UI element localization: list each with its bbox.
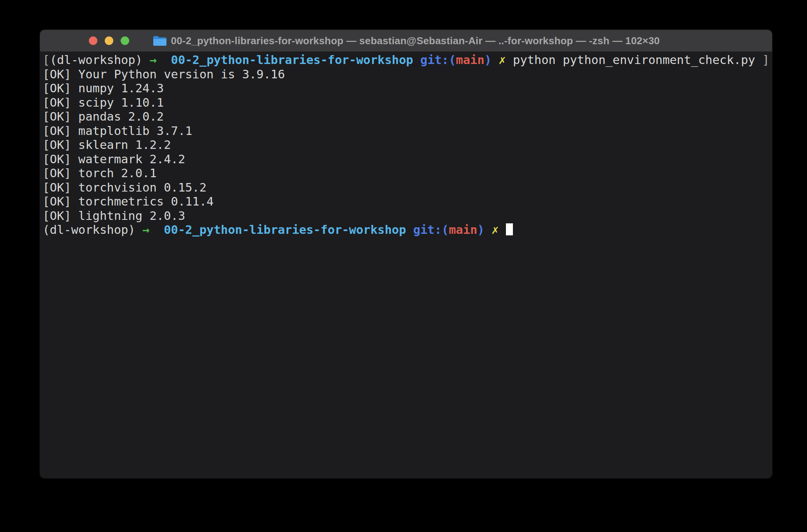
spacer <box>406 223 413 237</box>
terminal-window: 00-2_python-libraries-for-workshop — seb… <box>40 30 772 478</box>
prompt-arrow: → <box>142 223 149 237</box>
check-result: [OK] sklearn 1.2.2 <box>43 138 171 152</box>
output-line: [OK] torchvision 0.15.2 <box>43 181 772 195</box>
git-suffix: ) <box>477 223 484 237</box>
cwd: 00-2_python-libraries-for-workshop <box>164 223 406 237</box>
prompt-line-idle: (dl-workshop) → 00-2_python-libraries-fo… <box>43 223 772 237</box>
git-prefix: git:( <box>413 223 449 237</box>
output-line: [OK] numpy 1.24.3 <box>43 81 772 96</box>
git-dirty-marker: ✗ <box>499 53 506 67</box>
traffic-lights <box>89 30 129 52</box>
spacer <box>499 223 506 237</box>
git-prefix: git:( <box>420 53 456 67</box>
conda-env: (dl-workshop) <box>43 223 142 237</box>
cwd: 00-2_python-libraries-for-workshop <box>171 53 413 67</box>
git-branch: main <box>456 53 484 67</box>
check-result: [OK] torchvision 0.15.2 <box>43 181 206 194</box>
output-line: [OK] watermark 2.4.2 <box>43 152 772 167</box>
output-line: [OK] lightning 2.0.3 <box>43 209 772 223</box>
spacer <box>149 223 164 237</box>
check-result: [OK] numpy 1.24.3 <box>43 81 164 95</box>
terminal-cursor <box>506 223 513 235</box>
check-result: [OK] pandas 2.0.2 <box>43 110 164 123</box>
output-line: [OK] sklearn 1.2.2 <box>43 138 772 152</box>
check-result: [OK] torchmetrics 0.11.4 <box>43 195 214 208</box>
git-dirty-marker: ✗ <box>492 223 499 237</box>
command-end-mark: ] <box>755 53 769 67</box>
terminal-screen[interactable]: [(dl-workshop) → 00-2_python-libraries-f… <box>40 52 772 478</box>
spacer <box>485 223 492 237</box>
spacer <box>157 53 171 67</box>
close-button[interactable] <box>89 36 97 45</box>
output-line: [OK] Your Python version is 3.9.16 <box>43 67 772 82</box>
check-result: [OK] matplotlib 3.7.1 <box>43 124 192 138</box>
spacer <box>413 53 420 67</box>
prompt-arrow: → <box>149 53 156 67</box>
command: python python_environment_check.py <box>506 53 755 67</box>
check-result: [OK] watermark 2.4.2 <box>43 152 185 166</box>
conda-env: (dl-workshop) <box>50 53 149 67</box>
command-start-mark: [ <box>43 53 50 67</box>
minimize-button[interactable] <box>105 36 113 45</box>
output-line: [OK] pandas 2.0.2 <box>43 110 772 124</box>
prompt-line-command: [(dl-workshop) → 00-2_python-libraries-f… <box>43 53 772 67</box>
check-result: [OK] Your Python version is 3.9.16 <box>43 67 285 81</box>
window-title: 00-2_python-libraries-for-workshop — seb… <box>171 35 660 47</box>
titlebar[interactable]: 00-2_python-libraries-for-workshop — seb… <box>40 30 772 52</box>
output-line: [OK] torch 2.0.1 <box>43 166 772 181</box>
window-title-group: 00-2_python-libraries-for-workshop — seb… <box>152 35 660 47</box>
terminal-output: [(dl-workshop) → 00-2_python-libraries-f… <box>43 53 772 237</box>
git-suffix: ) <box>485 53 492 67</box>
spacer <box>492 53 499 67</box>
output-line: [OK] scipy 1.10.1 <box>43 96 772 110</box>
folder-icon <box>152 35 167 47</box>
check-result: [OK] torch 2.0.1 <box>43 166 157 180</box>
check-result: [OK] scipy 1.10.1 <box>43 96 164 109</box>
git-branch: main <box>449 223 477 237</box>
output-line: [OK] torchmetrics 0.11.4 <box>43 195 772 209</box>
output-line: [OK] matplotlib 3.7.1 <box>43 124 772 138</box>
check-result: [OK] lightning 2.0.3 <box>43 209 185 223</box>
zoom-button[interactable] <box>121 36 129 45</box>
